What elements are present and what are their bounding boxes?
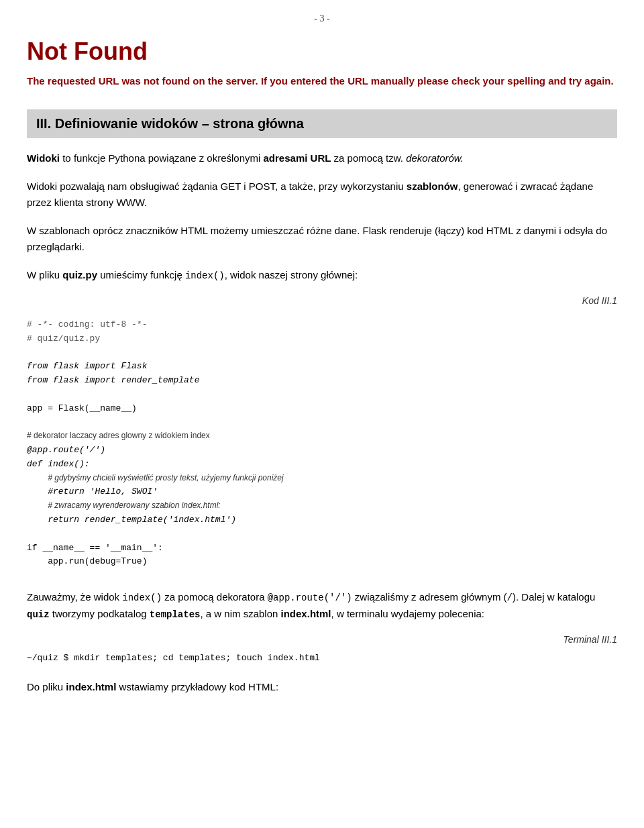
section-header: III. Definiowanie widoków – strona główn… (27, 109, 617, 138)
paragraph5: Zauważmy, że widok index() za pomocą dek… (27, 589, 617, 622)
terminal-label-wrapper: Terminal III.1 (27, 634, 617, 648)
not-found-subtitle: The requested URL was not found on the s… (27, 74, 617, 89)
terminal-block: ~/quiz $ mkdir templates; cd templates; … (27, 648, 617, 668)
paragraph1: Widoki to funkcje Pythona powiązane z ok… (27, 150, 617, 166)
page-number: - 3 - (27, 13, 617, 24)
not-found-title: Not Found (27, 38, 617, 66)
paragraph6: Do pliku index.html wstawiamy przykładow… (27, 679, 617, 695)
paragraph4: W pliku quiz.py umieścimy funkcję index(… (27, 267, 617, 283)
paragraph3: W szablonach oprócz znaczników HTML może… (27, 223, 617, 255)
code-label-wrapper: Kod III.1 (27, 295, 617, 309)
terminal-label: Terminal III.1 (564, 634, 617, 645)
code-label: Kod III.1 (582, 295, 617, 306)
paragraph2: Widoki pozwalają nam obsługiwać żądania … (27, 178, 617, 211)
code-block: # -*- coding: utf-8 -*- # quiz/quiz.py f… (27, 309, 617, 578)
